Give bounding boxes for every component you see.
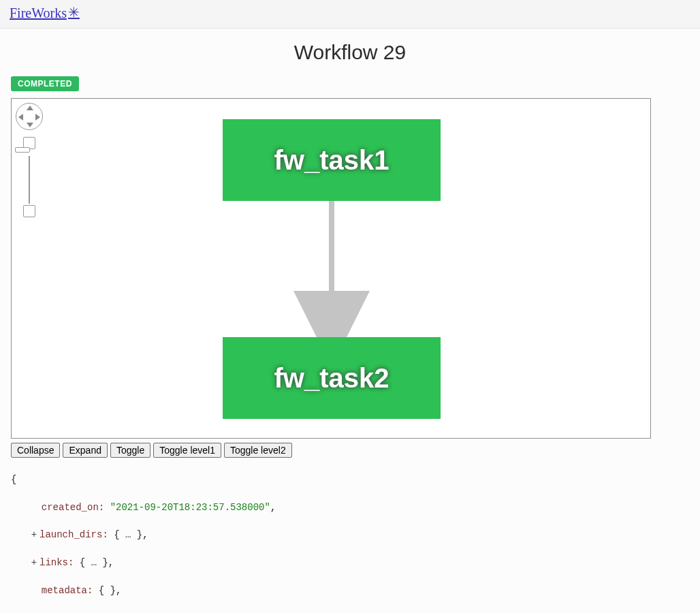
zoom-track[interactable]: [29, 156, 30, 204]
json-line: +links: { … },: [11, 556, 689, 569]
json-line: +launch_dirs: { … },: [11, 528, 689, 541]
pan-zoom-control: [16, 103, 43, 217]
pan-left-icon[interactable]: [18, 114, 23, 121]
toggle-level1-button[interactable]: Toggle level1: [153, 443, 221, 458]
pan-right-icon[interactable]: [35, 114, 40, 121]
pan-dpad[interactable]: [16, 103, 43, 130]
workflow-graph-panel[interactable]: fw_task1 fw_task2: [11, 98, 651, 439]
graph-node-fw-task2[interactable]: fw_task2: [223, 337, 441, 419]
zoom-out-button[interactable]: [23, 205, 35, 217]
collapse-button[interactable]: Collapse: [11, 443, 60, 458]
toggle-button[interactable]: Toggle: [110, 443, 150, 458]
expand-toggle-icon[interactable]: +: [30, 528, 38, 541]
graph-node-label: fw_task2: [274, 363, 389, 394]
status-badge: COMPLETED: [11, 76, 79, 91]
pan-down-icon[interactable]: [27, 123, 33, 127]
brand-text: FireWorks: [10, 5, 67, 21]
json-toolbar: Collapse Expand Toggle Toggle level1 Tog…: [11, 443, 689, 458]
graph-node-fw-task1[interactable]: fw_task1: [223, 119, 441, 201]
zoom-slider: [16, 137, 43, 217]
json-viewer: { created_on: "2021-09-20T18:23:57.53800…: [11, 459, 689, 613]
top-navbar: FireWorks ✳︎: [0, 0, 700, 29]
expand-toggle-icon[interactable]: +: [30, 556, 38, 569]
zoom-thumb[interactable]: [15, 147, 30, 153]
toggle-level2-button[interactable]: Toggle level2: [224, 443, 292, 458]
page-title: Workflow 29: [11, 41, 689, 64]
fireworks-icon: ✳︎: [68, 5, 80, 19]
json-line: created_on: "2021-09-20T18:23:57.538000"…: [11, 501, 689, 514]
json-line: {: [11, 473, 689, 486]
pan-up-icon[interactable]: [27, 106, 33, 110]
graph-node-label: fw_task1: [274, 145, 389, 176]
json-line: metadata: { },: [11, 584, 689, 597]
expand-button[interactable]: Expand: [63, 443, 107, 458]
brand-link[interactable]: FireWorks ✳︎: [10, 5, 690, 21]
